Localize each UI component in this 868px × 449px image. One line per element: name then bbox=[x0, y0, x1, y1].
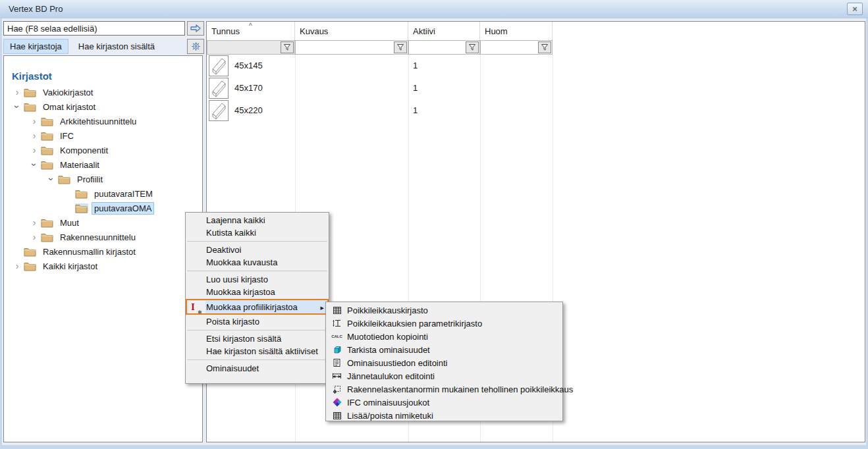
span-table-icon bbox=[331, 371, 342, 381]
sort-ascending-icon: ^ bbox=[249, 22, 252, 30]
submenu-item-add-remove-item-support[interactable]: Lisää/poista nimiketuki bbox=[326, 409, 562, 422]
profile-plank-icon bbox=[209, 100, 229, 121]
menu-item-edit-profile-library[interactable]: I ✱ Muokkaa profiilikirjastoa ▸ bbox=[186, 299, 329, 315]
tree-item-muut[interactable]: ›Muut bbox=[29, 215, 81, 230]
chevron-right-icon[interactable]: › bbox=[29, 232, 40, 242]
tree-item-kaikki-kirjastot[interactable]: ›Kaikki kirjastot bbox=[12, 259, 99, 273]
tree-item-rakennesuunnittelu[interactable]: ›Rakennesuunnittelu bbox=[29, 230, 138, 244]
tree-item-profiilit[interactable]: ›Profiilit bbox=[46, 172, 105, 186]
funnel-icon bbox=[468, 43, 476, 51]
column-header-huom[interactable]: Huom bbox=[480, 22, 553, 40]
menu-item-search-active[interactable]: Hae kirjaston sisältä aktiiviset bbox=[186, 345, 329, 357]
tree-item-komponentit[interactable]: ›Komponentit bbox=[29, 143, 110, 157]
filter-button[interactable] bbox=[538, 41, 551, 53]
chevron-right-icon[interactable]: › bbox=[29, 130, 40, 141]
menu-item-deactivate[interactable]: Deaktivoi bbox=[186, 244, 329, 256]
tree-item-materiaalit[interactable]: ›Materiaalit bbox=[29, 157, 101, 172]
submenu-item-edit-property-data[interactable]: Ominaisuustiedon editointi bbox=[326, 356, 562, 369]
funnel-icon bbox=[283, 43, 291, 51]
menu-item-find-in-library[interactable]: Etsi kirjaston sisältä bbox=[186, 332, 329, 345]
profile-parameters-icon bbox=[331, 319, 342, 328]
tree-item-label: Materiaalit bbox=[58, 159, 101, 171]
submenu-item-check-properties[interactable]: Tarkista ominaisuudet bbox=[326, 343, 562, 356]
chevron-down-icon[interactable]: › bbox=[29, 159, 40, 170]
submenu-item-copy-shape-data[interactable]: CALC Muototiedon kopiointi bbox=[326, 330, 562, 343]
tree-item-rakennusmallin-kirjastot[interactable]: ›Rakennusmallin kirjastot bbox=[12, 244, 138, 259]
property-sheet-icon bbox=[331, 358, 342, 367]
chevron-right-icon[interactable]: › bbox=[12, 261, 22, 271]
table-row[interactable]: 45x170 1 bbox=[207, 77, 865, 99]
menu-item-edit-description[interactable]: Muokkaa kuvausta bbox=[186, 256, 329, 269]
arrow-right-icon bbox=[190, 24, 202, 33]
menu-separator bbox=[187, 330, 327, 330]
table-header-row: Tunnus ^ Kuvaus Aktiivi Huom bbox=[207, 22, 865, 40]
search-go-button[interactable] bbox=[187, 21, 204, 36]
filter-input-kuvaus[interactable] bbox=[295, 40, 408, 55]
tree-item-arkkitehtisuunnittelu[interactable]: ›Arkkitehtisuunnittelu bbox=[29, 114, 138, 128]
menu-item-edit-library[interactable]: Muokkaa kirjastoa bbox=[186, 286, 329, 298]
tree-item-label: Komponentit bbox=[58, 145, 110, 156]
submenu-item-effective-section[interactable]: Rakennelaskentanormin mukainen teholline… bbox=[326, 383, 562, 396]
column-label: Aktiivi bbox=[413, 26, 435, 36]
submenu-item-label: Tarkista ominaisuudet bbox=[347, 345, 430, 355]
tree-item-vakiokirjastot[interactable]: ›Vakiokirjastot bbox=[12, 85, 95, 99]
menu-item-delete-library[interactable]: Poista kirjasto bbox=[186, 315, 329, 328]
tree-item-label: Rakennusmallin kirjastot bbox=[41, 246, 138, 257]
tree-item-label: puutavaraOMA bbox=[92, 203, 153, 214]
folder-icon bbox=[24, 247, 37, 257]
submenu-item-edit-span-table[interactable]: Jännetaulukon editointi bbox=[326, 369, 562, 383]
tree-item-label: puutavaraITEM bbox=[92, 188, 155, 199]
filter-button[interactable] bbox=[394, 41, 407, 53]
tree-item-puutavaraoma[interactable]: ›puutavaraOMA bbox=[63, 201, 153, 215]
chevron-down-icon[interactable]: › bbox=[46, 174, 57, 184]
search-settings-button[interactable] bbox=[187, 39, 204, 54]
tab-search-libraries[interactable]: Hae kirjastoja bbox=[3, 39, 68, 54]
profile-plank-icon bbox=[209, 55, 229, 76]
submenu-item-section-parameter-library[interactable]: Poikkileikkauksien parametrikirjasto bbox=[326, 317, 562, 330]
chevron-right-icon[interactable]: › bbox=[29, 145, 40, 155]
cube-icon bbox=[331, 345, 342, 354]
filter-input-aktiivi[interactable] bbox=[408, 40, 480, 55]
column-label: Tunnus bbox=[211, 26, 240, 36]
tree-item-label: Kaikki kirjastot bbox=[41, 261, 99, 272]
effective-section-icon bbox=[331, 384, 342, 394]
cell-aktiivi: 1 bbox=[413, 83, 418, 93]
tree-item-puutavaraitem[interactable]: ›puutavaraITEM bbox=[63, 186, 155, 201]
table-row[interactable]: 45x145 1 bbox=[207, 55, 865, 77]
chevron-right-icon[interactable]: › bbox=[12, 87, 22, 97]
tree-item-omat-kirjastot[interactable]: ›Omat kirjastot bbox=[12, 99, 97, 114]
filter-button[interactable] bbox=[466, 41, 479, 53]
tab-search-library-contents[interactable]: Hae kirjaston sisältä bbox=[72, 40, 161, 53]
filter-input-tunnus[interactable] bbox=[207, 40, 295, 55]
submenu-item-ifc-property-sets[interactable]: IFC ominaisuusjoukot bbox=[326, 396, 562, 409]
search-input[interactable] bbox=[3, 21, 185, 36]
filter-input-huom[interactable] bbox=[480, 40, 553, 55]
menu-item-collapse-all[interactable]: Kutista kaikki bbox=[186, 226, 329, 239]
window-frame-bottom bbox=[0, 445, 868, 449]
cell-aktiivi: 1 bbox=[413, 105, 418, 115]
folder-icon bbox=[75, 189, 88, 199]
submenu-item-label: Lisää/poista nimiketuki bbox=[347, 411, 433, 421]
column-header-aktiivi[interactable]: Aktiivi bbox=[408, 22, 480, 40]
menu-item-expand-all[interactable]: Laajenna kaikki bbox=[186, 214, 329, 226]
cell-tunnus: 45x170 bbox=[234, 83, 263, 93]
chevron-down-icon[interactable]: › bbox=[12, 101, 22, 112]
menu-item-create-library[interactable]: Luo uusi kirjasto bbox=[186, 273, 329, 286]
chevron-right-icon[interactable]: › bbox=[29, 217, 40, 228]
folder-icon bbox=[58, 174, 71, 184]
column-header-tunnus[interactable]: Tunnus ^ bbox=[207, 22, 295, 40]
submenu-item-section-library[interactable]: Poikkileikkauskirjasto bbox=[326, 304, 562, 317]
column-header-kuvaus[interactable]: Kuvaus bbox=[295, 22, 408, 40]
menu-item-properties[interactable]: Ominaisuudet bbox=[186, 362, 329, 375]
search-mode-tabs: Hae kirjastoja Hae kirjaston sisältä bbox=[3, 38, 161, 54]
tree-item-ifc[interactable]: ›IFC bbox=[29, 128, 76, 143]
column-label: Huom bbox=[485, 26, 508, 36]
close-icon[interactable]: × bbox=[847, 3, 863, 15]
filter-button[interactable] bbox=[281, 41, 294, 53]
icon-letter: I bbox=[191, 302, 195, 312]
chevron-right-icon[interactable]: › bbox=[29, 116, 40, 126]
table-row[interactable]: 45x220 1 bbox=[207, 99, 865, 122]
window-title: Vertex BD Pro bbox=[9, 4, 63, 14]
profile-edit-icon: I ✱ bbox=[188, 301, 205, 313]
cell-tunnus: 45x220 bbox=[234, 105, 263, 115]
